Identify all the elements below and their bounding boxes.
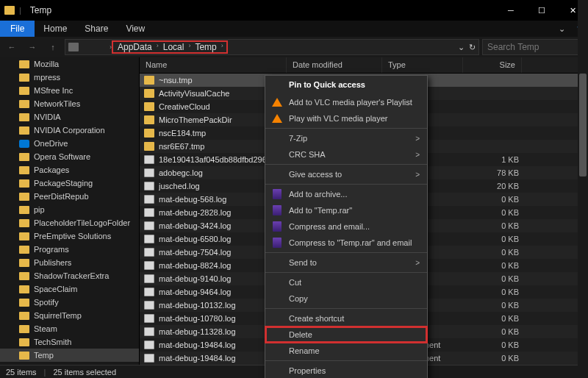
tree-item[interactable]: Programs	[0, 243, 139, 256]
tree-item-label: mpress	[34, 73, 60, 82]
tree-item[interactable]: This PC	[0, 362, 139, 365]
folder-icon	[19, 166, 29, 174]
tree-item[interactable]: Mozilla	[0, 57, 139, 71]
file-icon	[144, 354, 154, 363]
tree-item[interactable]: Temp	[0, 349, 139, 362]
blank-icon	[271, 345, 283, 357]
ctx-label: Give access to	[289, 170, 409, 179]
ctx-add-to-vlc-media-player-s-playlist[interactable]: Add to VLC media player's Playlist	[265, 94, 427, 110]
tree-item-label: PeerDistRepub	[34, 192, 89, 201]
maximize-button[interactable]: ☐	[526, 0, 557, 21]
tree-item[interactable]: OneDrive	[0, 137, 139, 150]
file-icon	[144, 195, 154, 204]
folder-icon	[144, 89, 154, 98]
ctx-copy[interactable]: Copy	[265, 290, 427, 307]
forward-button[interactable]: →	[24, 39, 41, 55]
tree-item[interactable]: PeerDistRepub	[0, 190, 139, 203]
folder-icon	[144, 102, 154, 111]
ctx-create-shortcut[interactable]: Create shortcut	[265, 310, 427, 327]
ctx-label: Send to	[289, 258, 409, 267]
breadcrumb-local[interactable]: Local	[160, 42, 187, 52]
tree-item[interactable]: ShadowTrackerExtra	[0, 269, 139, 282]
ctx-crc-sha[interactable]: CRC SHA>	[265, 146, 427, 163]
address-dropdown-icon[interactable]: ⌄	[458, 43, 465, 52]
folder-icon	[144, 76, 154, 85]
tree-item-label: Packages	[34, 165, 69, 174]
ctx-add-to-archive-[interactable]: Add to archive...	[265, 186, 427, 202]
col-date[interactable]: Date modified	[287, 57, 382, 73]
tree-item[interactable]: NetworkTiles	[0, 97, 139, 110]
tree-item[interactable]: SpaceClaim	[0, 282, 139, 296]
submenu-arrow-icon: >	[415, 135, 420, 143]
ctx-properties[interactable]: Properties	[265, 363, 427, 378]
tree-item-label: SquirrelTemp	[34, 311, 82, 320]
tree-item[interactable]: mpress	[0, 71, 139, 84]
folder-icon	[144, 142, 154, 151]
ctx-separator	[265, 272, 427, 273]
tree-item[interactable]: NVIDIA	[0, 110, 139, 124]
column-headers[interactable]: Name Date modified Type Size	[140, 57, 588, 74]
ctx-delete[interactable]: Delete	[265, 327, 427, 343]
ctx-play-with-vlc-media-player[interactable]: Play with VLC media player	[265, 110, 427, 126]
submenu-arrow-icon: >	[415, 259, 420, 267]
folder-icon	[19, 126, 29, 135]
tree-item[interactable]: Steam	[0, 322, 139, 335]
tree-item[interactable]: PlaceholderTileLogoFolder	[0, 216, 139, 229]
file-size: 0 KB	[467, 221, 519, 230]
folder-icon	[19, 259, 29, 267]
tree-item[interactable]: Opera Software	[0, 150, 139, 163]
tree-item-label: MSfree Inc	[34, 86, 73, 95]
ctx-compress-and-email-[interactable]: Compress and email...	[265, 218, 427, 235]
tree-item[interactable]: Packages	[0, 163, 139, 176]
tree-item[interactable]: TechSmith	[0, 335, 139, 349]
folder-icon	[19, 299, 29, 307]
col-type[interactable]: Type	[382, 57, 463, 73]
tree-item[interactable]: Publishers	[0, 256, 139, 269]
file-size: 0 KB	[467, 195, 519, 204]
pc-icon	[68, 43, 79, 51]
file-menu[interactable]: File	[0, 21, 35, 37]
submenu-arrow-icon: >	[415, 171, 420, 179]
address-bar[interactable]: › AppData › Local › Temp › ⌄ ↻	[65, 39, 479, 55]
breadcrumb-appdata[interactable]: AppData	[115, 42, 155, 52]
tree-item[interactable]: NVIDIA Corporation	[0, 124, 139, 137]
navigation-tree[interactable]: MozillampressMSfree IncNetworkTilesNVIDI…	[0, 57, 140, 365]
tree-item-label: NetworkTiles	[34, 99, 80, 108]
ctx-give-access-to[interactable]: Give access to>	[265, 166, 427, 182]
ctx-rename[interactable]: Rename	[265, 343, 427, 359]
up-button[interactable]: ↑	[44, 39, 62, 55]
tree-item[interactable]: PreEmptive Solutions	[0, 229, 139, 243]
tab-view[interactable]: View	[117, 21, 154, 37]
col-name[interactable]: Name	[140, 57, 287, 73]
tab-share[interactable]: Share	[76, 21, 117, 37]
list-scrollbar[interactable]	[578, 57, 588, 365]
ctx-7-zip[interactable]: 7-Zip>	[265, 130, 427, 146]
ctx-pin-to-quick-access[interactable]: Pin to Quick access	[265, 76, 427, 94]
ctx-send-to[interactable]: Send to>	[265, 254, 427, 271]
ribbon-expand-icon[interactable]: ⌄	[553, 21, 570, 37]
back-button[interactable]: ←	[3, 39, 21, 55]
context-menu: Pin to Quick access Add to VLC media pla…	[265, 75, 428, 378]
tab-home[interactable]: Home	[35, 21, 76, 37]
minimize-button[interactable]: ─	[495, 0, 526, 21]
tree-item-label: Temp	[34, 351, 54, 360]
search-input[interactable]: Search Temp	[482, 39, 585, 55]
folder-icon	[144, 115, 154, 124]
ctx-add-to-temp-rar-[interactable]: Add to "Temp.rar"	[265, 202, 427, 218]
tree-item[interactable]: Spotify	[0, 296, 139, 309]
tree-item-label: NVIDIA	[34, 113, 61, 121]
breadcrumb-temp[interactable]: Temp	[192, 42, 219, 52]
tree-item[interactable]: SquirrelTemp	[0, 309, 139, 322]
tree-item[interactable]: PackageStaging	[0, 176, 139, 190]
tree-item-label: NVIDIA Corporation	[34, 126, 105, 135]
ctx-cut[interactable]: Cut	[265, 274, 427, 290]
tree-item[interactable]: pip	[0, 203, 139, 216]
tree-item-label: ShadowTrackerExtra	[34, 271, 109, 280]
ctx-label: Cut	[289, 278, 420, 287]
ctx-separator	[265, 252, 427, 253]
ctx-compress-to-temp-rar-and-email[interactable]: Compress to "Temp.rar" and email	[265, 235, 427, 251]
refresh-icon[interactable]: ↻	[469, 43, 476, 52]
tree-item[interactable]: MSfree Inc	[0, 84, 139, 97]
file-icon	[144, 314, 154, 323]
col-size[interactable]: Size	[463, 57, 522, 73]
